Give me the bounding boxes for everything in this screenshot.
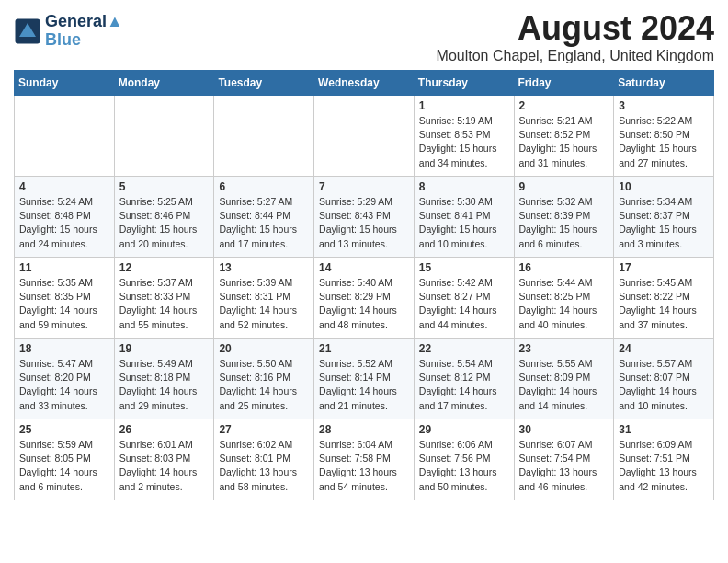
day-info: Sunrise: 6:01 AMSunset: 8:03 PMDaylight:… [119,438,210,494]
calendar-cell: 5Sunrise: 5:25 AMSunset: 8:46 PMDaylight… [114,177,214,258]
calendar-cell: 12Sunrise: 5:37 AMSunset: 8:33 PMDayligh… [114,258,214,339]
day-info: Sunrise: 5:21 AMSunset: 8:52 PMDaylight:… [519,114,609,170]
day-number: 18 [19,342,109,355]
day-info: Sunrise: 6:07 AMSunset: 7:54 PMDaylight:… [519,438,609,494]
calendar-cell: 31Sunrise: 6:09 AMSunset: 7:51 PMDayligh… [614,419,714,500]
day-number: 22 [419,342,509,355]
title-block: August 2024 Moulton Chapel, England, Uni… [437,9,714,64]
day-info: Sunrise: 6:02 AMSunset: 8:01 PMDaylight:… [219,438,309,494]
calendar-cell: 6Sunrise: 5:27 AMSunset: 8:44 PMDaylight… [214,177,314,258]
calendar-week-2: 4Sunrise: 5:24 AMSunset: 8:48 PMDaylight… [15,177,714,258]
day-number: 16 [519,261,609,274]
day-info: Sunrise: 5:49 AMSunset: 8:18 PMDaylight:… [119,357,210,413]
col-header-thursday: Thursday [414,71,514,96]
day-number: 9 [519,180,609,193]
logo-text: General▲ Blue [45,13,123,50]
day-info: Sunrise: 5:47 AMSunset: 8:20 PMDaylight:… [19,357,109,413]
day-info: Sunrise: 5:42 AMSunset: 8:27 PMDaylight:… [419,276,509,332]
day-info: Sunrise: 5:27 AMSunset: 8:44 PMDaylight:… [219,195,309,251]
calendar-cell: 30Sunrise: 6:07 AMSunset: 7:54 PMDayligh… [514,419,614,500]
day-number: 21 [319,342,409,355]
calendar-cell: 4Sunrise: 5:24 AMSunset: 8:48 PMDaylight… [15,177,115,258]
day-info: Sunrise: 5:45 AMSunset: 8:22 PMDaylight:… [619,276,709,332]
logo-icon [14,17,41,45]
day-number: 27 [219,423,309,436]
calendar-cell: 18Sunrise: 5:47 AMSunset: 8:20 PMDayligh… [15,339,115,419]
calendar-cell: 21Sunrise: 5:52 AMSunset: 8:14 PMDayligh… [314,339,415,419]
day-info: Sunrise: 5:39 AMSunset: 8:31 PMDaylight:… [219,276,309,332]
calendar-cell: 2Sunrise: 5:21 AMSunset: 8:52 PMDaylight… [514,96,614,177]
calendar-cell [314,96,415,177]
calendar-cell: 11Sunrise: 5:35 AMSunset: 8:35 PMDayligh… [15,258,115,339]
page-header: General▲ Blue August 2024 Moulton Chapel… [14,9,714,64]
day-number: 14 [319,261,409,274]
col-header-sunday: Sunday [15,71,115,96]
day-number: 6 [219,180,309,193]
day-info: Sunrise: 5:34 AMSunset: 8:37 PMDaylight:… [619,195,709,251]
day-number: 1 [419,99,509,112]
day-number: 10 [619,180,709,193]
calendar-cell: 23Sunrise: 5:55 AMSunset: 8:09 PMDayligh… [514,339,614,419]
day-info: Sunrise: 6:04 AMSunset: 7:58 PMDaylight:… [319,438,409,494]
calendar-cell [114,96,214,177]
day-info: Sunrise: 6:06 AMSunset: 7:56 PMDaylight:… [419,438,509,494]
day-number: 28 [319,423,409,436]
col-header-wednesday: Wednesday [314,71,415,96]
calendar-cell: 17Sunrise: 5:45 AMSunset: 8:22 PMDayligh… [614,258,714,339]
day-number: 12 [119,261,210,274]
calendar-cell [15,96,115,177]
day-info: Sunrise: 5:22 AMSunset: 8:50 PMDaylight:… [619,114,709,170]
day-number: 3 [619,99,709,112]
day-number: 11 [19,261,109,274]
calendar-cell: 26Sunrise: 6:01 AMSunset: 8:03 PMDayligh… [114,419,214,500]
calendar-cell: 15Sunrise: 5:42 AMSunset: 8:27 PMDayligh… [414,258,514,339]
calendar-week-1: 1Sunrise: 5:19 AMSunset: 8:53 PMDaylight… [15,96,714,177]
calendar-cell: 29Sunrise: 6:06 AMSunset: 7:56 PMDayligh… [414,419,514,500]
day-number: 17 [619,261,709,274]
calendar-cell: 9Sunrise: 5:32 AMSunset: 8:39 PMDaylight… [514,177,614,258]
day-info: Sunrise: 5:59 AMSunset: 8:05 PMDaylight:… [19,438,109,494]
calendar-cell [214,96,314,177]
day-info: Sunrise: 5:32 AMSunset: 8:39 PMDaylight:… [519,195,609,251]
calendar-cell: 13Sunrise: 5:39 AMSunset: 8:31 PMDayligh… [214,258,314,339]
day-number: 15 [419,261,509,274]
day-number: 2 [519,99,609,112]
day-info: Sunrise: 5:35 AMSunset: 8:35 PMDaylight:… [19,276,109,332]
col-header-saturday: Saturday [614,71,714,96]
calendar-cell: 24Sunrise: 5:57 AMSunset: 8:07 PMDayligh… [614,339,714,419]
col-header-monday: Monday [114,71,214,96]
day-number: 7 [319,180,409,193]
day-info: Sunrise: 5:30 AMSunset: 8:41 PMDaylight:… [419,195,509,251]
calendar-cell: 28Sunrise: 6:04 AMSunset: 7:58 PMDayligh… [314,419,415,500]
day-info: Sunrise: 5:29 AMSunset: 8:43 PMDaylight:… [319,195,409,251]
day-info: Sunrise: 5:57 AMSunset: 8:07 PMDaylight:… [619,357,709,413]
calendar-cell: 10Sunrise: 5:34 AMSunset: 8:37 PMDayligh… [614,177,714,258]
calendar-cell: 19Sunrise: 5:49 AMSunset: 8:18 PMDayligh… [114,339,214,419]
calendar-cell: 14Sunrise: 5:40 AMSunset: 8:29 PMDayligh… [314,258,415,339]
day-info: Sunrise: 5:24 AMSunset: 8:48 PMDaylight:… [19,195,109,251]
day-info: Sunrise: 5:25 AMSunset: 8:46 PMDaylight:… [119,195,210,251]
day-number: 25 [19,423,109,436]
day-info: Sunrise: 5:54 AMSunset: 8:12 PMDaylight:… [419,357,509,413]
calendar-cell: 7Sunrise: 5:29 AMSunset: 8:43 PMDaylight… [314,177,415,258]
day-number: 26 [119,423,210,436]
calendar-cell: 1Sunrise: 5:19 AMSunset: 8:53 PMDaylight… [414,96,514,177]
day-info: Sunrise: 5:19 AMSunset: 8:53 PMDaylight:… [419,114,509,170]
col-header-tuesday: Tuesday [214,71,314,96]
subtitle: Moulton Chapel, England, United Kingdom [437,48,714,64]
day-info: Sunrise: 5:50 AMSunset: 8:16 PMDaylight:… [219,357,309,413]
calendar-cell: 3Sunrise: 5:22 AMSunset: 8:50 PMDaylight… [614,96,714,177]
calendar-cell: 20Sunrise: 5:50 AMSunset: 8:16 PMDayligh… [214,339,314,419]
calendar-cell: 27Sunrise: 6:02 AMSunset: 8:01 PMDayligh… [214,419,314,500]
col-header-friday: Friday [514,71,614,96]
day-number: 29 [419,423,509,436]
calendar-cell: 25Sunrise: 5:59 AMSunset: 8:05 PMDayligh… [15,419,115,500]
day-number: 24 [619,342,709,355]
calendar-cell: 16Sunrise: 5:44 AMSunset: 8:25 PMDayligh… [514,258,614,339]
logo: General▲ Blue [14,13,123,50]
calendar-cell: 8Sunrise: 5:30 AMSunset: 8:41 PMDaylight… [414,177,514,258]
day-number: 23 [519,342,609,355]
calendar-week-3: 11Sunrise: 5:35 AMSunset: 8:35 PMDayligh… [15,258,714,339]
calendar-week-4: 18Sunrise: 5:47 AMSunset: 8:20 PMDayligh… [15,339,714,419]
day-number: 13 [219,261,309,274]
